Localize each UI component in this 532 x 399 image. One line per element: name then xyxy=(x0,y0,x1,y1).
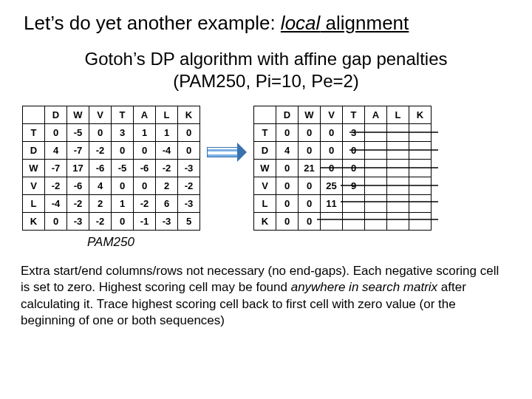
cell: 0 xyxy=(112,142,134,160)
table-row: L0011 xyxy=(254,195,432,213)
cell: 0 xyxy=(299,124,321,142)
cell: 0 xyxy=(178,124,200,142)
cell: 0 xyxy=(276,177,299,195)
cell: 0 xyxy=(178,142,200,160)
cell: 0 xyxy=(299,142,321,160)
cell xyxy=(387,142,409,160)
cell xyxy=(365,195,387,213)
col-header: T xyxy=(112,106,134,124)
corner-cell xyxy=(23,106,45,124)
col-header: A xyxy=(134,106,156,124)
cell xyxy=(365,124,387,142)
row-header: D xyxy=(254,142,276,160)
cell: 0 xyxy=(45,213,67,231)
cell: -4 xyxy=(156,142,178,160)
cell: -4 xyxy=(45,195,67,213)
cell: 3 xyxy=(343,124,365,142)
arrow-icon xyxy=(206,106,248,162)
cell: 21 xyxy=(299,160,321,177)
cell: 0 xyxy=(112,177,134,195)
cell: 0 xyxy=(343,160,365,177)
col-header: W xyxy=(67,106,89,124)
cell xyxy=(409,177,432,195)
cell xyxy=(387,195,409,213)
cell xyxy=(387,124,409,142)
table-row: K0-3-20-1-35 xyxy=(23,213,200,231)
cell: 0 xyxy=(321,160,343,177)
cell: 0 xyxy=(321,124,343,142)
cell xyxy=(409,195,432,213)
cell: -2 xyxy=(156,160,178,177)
cell: 0 xyxy=(321,142,343,160)
row-header: W xyxy=(23,160,45,177)
cell: 0 xyxy=(299,213,321,231)
cell: 0 xyxy=(45,124,67,142)
table-row: T0003 xyxy=(254,124,432,142)
cell: -2 xyxy=(89,213,112,231)
cell xyxy=(409,124,432,142)
col-header: V xyxy=(89,106,112,124)
cell: -2 xyxy=(134,195,156,213)
cell: 5 xyxy=(178,213,200,231)
col-header: T xyxy=(343,106,365,124)
cell: 2 xyxy=(156,177,178,195)
row-header: V xyxy=(23,177,45,195)
cell xyxy=(409,142,432,160)
col-header: D xyxy=(45,106,67,124)
cell: -5 xyxy=(67,124,89,142)
cell: 3 xyxy=(112,124,134,142)
row-header: T xyxy=(254,124,276,142)
cell xyxy=(409,160,432,177)
corner-cell xyxy=(254,106,276,124)
title-suffix: alignment xyxy=(320,12,409,34)
cell xyxy=(343,195,365,213)
cell xyxy=(409,213,432,231)
cell: -5 xyxy=(112,160,134,177)
cell: -3 xyxy=(67,213,89,231)
cell: -6 xyxy=(89,160,112,177)
cell: 0 xyxy=(276,160,299,177)
slide-subtitle: Gotoh’s DP algorithm with affine gap pen… xyxy=(47,48,485,92)
cell: 0 xyxy=(299,195,321,213)
cell: 0 xyxy=(276,124,299,142)
cell: 0 xyxy=(89,124,112,142)
cell xyxy=(321,213,343,231)
col-header: K xyxy=(409,106,432,124)
cell: 0 xyxy=(134,177,156,195)
cell: -3 xyxy=(178,195,200,213)
row-header: K xyxy=(254,213,276,231)
cell: -6 xyxy=(134,160,156,177)
table-row: V-2-64002-2 xyxy=(23,177,200,195)
col-header: L xyxy=(387,106,409,124)
col-header: A xyxy=(365,106,387,124)
slide-title: Let’s do yet another example: local alig… xyxy=(24,12,514,35)
table-row: K00 xyxy=(254,213,432,231)
title-prefix: Let’s do yet another example: xyxy=(24,12,281,34)
row-header: K xyxy=(23,213,45,231)
cell: 0 xyxy=(276,213,299,231)
table-row: W02100 xyxy=(254,160,432,177)
cell xyxy=(365,177,387,195)
table-row: D W V T A L K xyxy=(23,106,200,124)
cell: 0 xyxy=(112,213,134,231)
pam-caption: PAM250 xyxy=(87,235,514,250)
cell xyxy=(343,213,365,231)
row-header: L xyxy=(254,195,276,213)
cell: 0 xyxy=(134,142,156,160)
table-row: D W V T A L K xyxy=(254,106,432,124)
table-row: L-4-221-26-3 xyxy=(23,195,200,213)
cell xyxy=(365,142,387,160)
cell xyxy=(387,177,409,195)
row-header: L xyxy=(23,195,45,213)
row-header: T xyxy=(23,124,45,142)
col-header: V xyxy=(321,106,343,124)
cell: 25 xyxy=(321,177,343,195)
cell: 4 xyxy=(276,142,299,160)
cell: 9 xyxy=(343,177,365,195)
cell: -6 xyxy=(67,177,89,195)
col-header: W xyxy=(299,106,321,124)
cell: -3 xyxy=(178,160,200,177)
row-header: W xyxy=(254,160,276,177)
table-row: T0-503110 xyxy=(23,124,200,142)
cell: 2 xyxy=(89,195,112,213)
